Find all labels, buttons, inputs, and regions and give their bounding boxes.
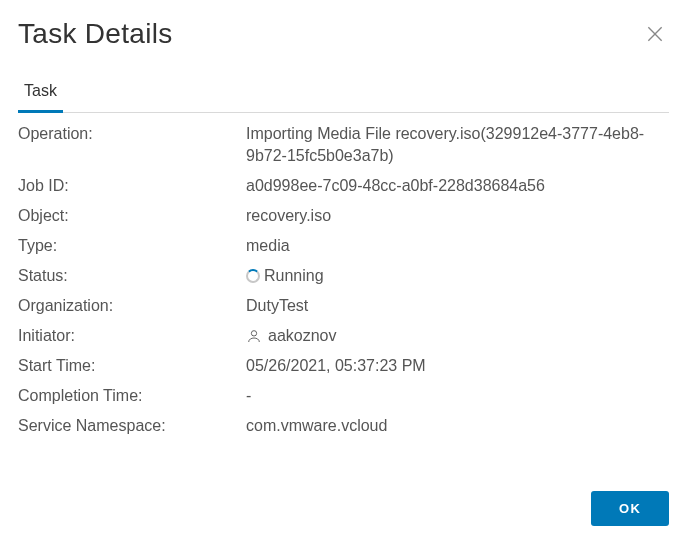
field-value: aakoznov <box>246 325 669 347</box>
spinner-icon <box>246 269 260 283</box>
status-text: Running <box>264 265 324 287</box>
field-value: Importing Media File recovery.iso(329912… <box>246 123 669 167</box>
field-type: Type: media <box>18 235 669 257</box>
field-label: Operation: <box>18 123 246 145</box>
field-operation: Operation: Importing Media File recovery… <box>18 123 669 167</box>
field-value: Running <box>246 265 669 287</box>
user-icon <box>246 328 262 344</box>
field-job-id: Job ID: a0d998ee-7c09-48cc-a0bf-228d3868… <box>18 175 669 197</box>
field-label: Type: <box>18 235 246 257</box>
field-value: 05/26/2021, 05:37:23 PM <box>246 355 669 377</box>
field-label: Object: <box>18 205 246 227</box>
field-completion-time: Completion Time: - <box>18 385 669 407</box>
field-label: Status: <box>18 265 246 287</box>
field-initiator: Initiator: aakoznov <box>18 325 669 347</box>
field-label: Job ID: <box>18 175 246 197</box>
field-value: media <box>246 235 669 257</box>
dialog-footer: OK <box>18 491 669 526</box>
field-label: Service Namespace: <box>18 415 246 437</box>
field-object: Object: recovery.iso <box>18 205 669 227</box>
field-organization: Organization: DutyTest <box>18 295 669 317</box>
field-service-namespace: Service Namespace: com.vmware.vcloud <box>18 415 669 437</box>
dialog-title: Task Details <box>18 18 173 50</box>
tab-label: Task <box>24 82 57 99</box>
field-label: Initiator: <box>18 325 246 347</box>
ok-button[interactable]: OK <box>591 491 669 526</box>
dialog-header: Task Details <box>18 18 669 50</box>
close-button[interactable] <box>641 20 669 48</box>
task-details-dialog: Task Details Task Operation: Importing M… <box>0 0 691 546</box>
tab-bar: Task <box>18 76 669 113</box>
field-value: a0d998ee-7c09-48cc-a0bf-228d38684a56 <box>246 175 669 197</box>
field-label: Start Time: <box>18 355 246 377</box>
field-value: - <box>246 385 669 407</box>
initiator-name: aakoznov <box>268 325 337 347</box>
field-label: Organization: <box>18 295 246 317</box>
field-start-time: Start Time: 05/26/2021, 05:37:23 PM <box>18 355 669 377</box>
field-status: Status: Running <box>18 265 669 287</box>
field-value: recovery.iso <box>246 205 669 227</box>
field-value: DutyTest <box>246 295 669 317</box>
field-label: Completion Time: <box>18 385 246 407</box>
field-value: com.vmware.vcloud <box>246 415 669 437</box>
svg-point-2 <box>251 331 256 336</box>
close-icon <box>645 30 665 47</box>
tab-task[interactable]: Task <box>18 76 63 113</box>
details-panel: Operation: Importing Media File recovery… <box>18 123 669 445</box>
